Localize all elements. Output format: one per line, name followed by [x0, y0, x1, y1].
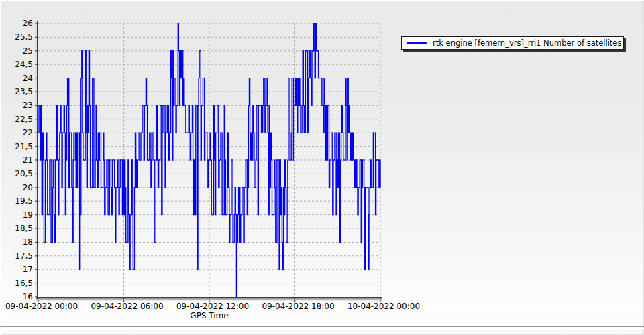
- y-tick-label: 16,5: [15, 279, 33, 288]
- legend-label: rtk engine [femern_vrs]_rri1 Number of s…: [433, 38, 621, 48]
- x-tick-label: 09-04-2022 18:00: [262, 302, 334, 311]
- y-tick-label: 24,5: [15, 60, 33, 69]
- y-tick-label: 18: [23, 237, 33, 247]
- y-tick-label: 23: [23, 100, 33, 110]
- x-tick-label: 09-04-2022 00:00: [5, 302, 78, 311]
- y-tick-label: 22: [23, 128, 33, 137]
- y-tick-label: 25: [23, 46, 33, 56]
- y-tick-label: 24: [23, 74, 33, 83]
- y-tick-label: 23,5: [15, 87, 33, 96]
- y-tick-label: 19: [23, 210, 33, 220]
- y-tick-label: 21,5: [15, 142, 33, 151]
- x-axis-title: GPS Time: [38, 311, 380, 320]
- y-tick-label: 18,5: [15, 224, 33, 233]
- chart-window: 2625,52524,52423,52322,52221,52120,52019…: [0, 0, 644, 335]
- x-tick-label: 09-04-2022 06:00: [91, 302, 163, 311]
- status-bar-divider: [0, 326, 644, 329]
- y-tick-label: 20: [23, 183, 33, 192]
- legend[interactable]: rtk engine [femern_vrs]_rri1 Number of s…: [401, 36, 624, 50]
- x-tick-label: 10-04-2022 00:00: [347, 302, 420, 311]
- y-tick-label: 22,5: [15, 115, 33, 124]
- plot-area[interactable]: [38, 23, 380, 297]
- legend-color-line: [407, 42, 427, 44]
- y-tick-label: 16: [23, 292, 33, 302]
- y-tick-label: 19,5: [15, 196, 33, 206]
- y-tick-label: 26: [23, 19, 33, 28]
- x-tick-label: 09-04-2022 12:00: [176, 302, 249, 311]
- chart-canvas[interactable]: 2625,52524,52423,52322,52221,52120,52019…: [0, 0, 644, 335]
- y-tick-label: 17: [23, 265, 33, 274]
- y-tick-label: 20,5: [15, 169, 33, 178]
- y-tick-label: 21: [23, 155, 33, 165]
- y-tick-label: 17,5: [15, 251, 33, 261]
- y-tick-label: 25,5: [15, 32, 33, 42]
